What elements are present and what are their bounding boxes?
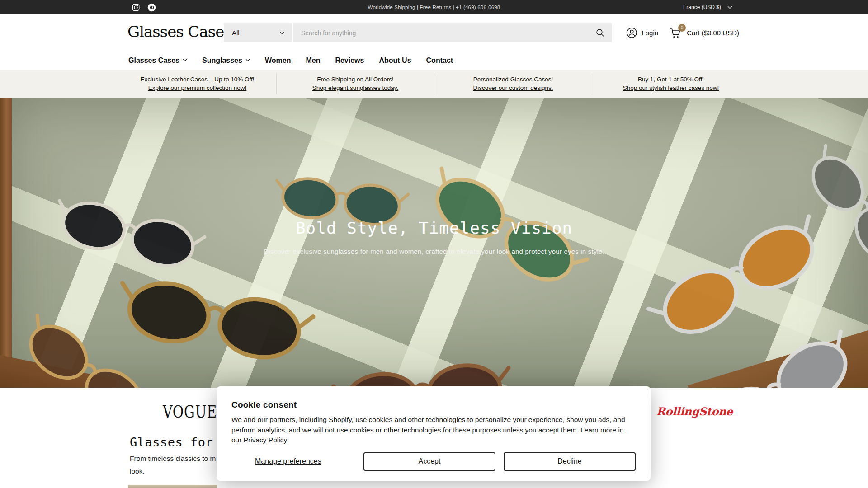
cart-count-badge: 0 [678, 24, 686, 32]
promo-title: Buy 1, Get 1 at 50% Off! [594, 76, 748, 83]
locale-selector[interactable]: France (USD $) [683, 0, 732, 14]
nav-item-women[interactable]: Women [265, 56, 291, 65]
hero-copy: Bold Style, Timeless Vision Discover exc… [0, 219, 868, 255]
nav-item-sunglasses[interactable]: Sunglasses [202, 56, 250, 65]
cookie-body: We and our partners, including Shopify, … [231, 415, 636, 446]
nav-item-glasses-cases[interactable]: Glasses Cases [128, 56, 187, 65]
section-paragraph-line: From timeless classics to m [130, 455, 216, 462]
nav-item-about-us[interactable]: About Us [379, 56, 411, 65]
site-header: Glasses Case All [0, 14, 868, 51]
section-paragraph: From timeless classics to m look. [130, 452, 216, 478]
locale-label: France (USD $) [683, 4, 721, 10]
promo-link[interactable]: Explore our premium collection now! [148, 84, 247, 91]
search-category-select[interactable]: All [224, 23, 292, 42]
account-area: Login 0 Cart ($0.00 USD) [626, 23, 739, 42]
promo-item: Personalized Glasses Cases! Discover our… [434, 73, 592, 94]
hero-title: Bold Style, Timeless Vision [0, 219, 868, 237]
chevron-down-icon [727, 6, 732, 9]
glasses-case-homepage: Worldwide Shipping | Free Returns | +1 (… [0, 0, 868, 488]
cookie-footer: Manage preferences Accept Decline [231, 452, 636, 474]
promo-item: Free Shipping on All Orders! Shop elegan… [276, 73, 434, 94]
user-icon [626, 27, 637, 38]
chevron-down-icon [245, 59, 250, 62]
promo-link[interactable]: Shop our stylish leather cases now! [623, 84, 719, 91]
chevron-down-icon [183, 59, 187, 62]
privacy-policy-link[interactable]: Privacy Policy [244, 436, 287, 444]
promo-title: Exclusive Leather Cases – Up to 10% Off! [120, 76, 274, 83]
promo-item: Exclusive Leather Cases – Up to 10% Off!… [118, 73, 276, 94]
promo-bar: Exclusive Leather Cases – Up to 10% Off!… [0, 70, 868, 98]
shipping-message: Worldwide Shipping | Free Returns | +1 (… [0, 0, 868, 14]
decline-button[interactable]: Decline [504, 452, 636, 471]
cookie-body-text: We and our partners, including Shopify, … [231, 416, 625, 444]
sunglasses-illustration [329, 350, 516, 388]
main-nav: Glasses Cases Sunglasses Women Men Revie… [0, 51, 868, 70]
nav-item-men[interactable]: Men [306, 56, 320, 65]
section-heading: Glasses for [130, 435, 213, 449]
product-image-edge [128, 485, 217, 488]
accept-button[interactable]: Accept [363, 452, 495, 471]
login-button[interactable]: Login [626, 27, 658, 38]
sunglasses-illustration [110, 264, 319, 370]
search-bar: All [224, 23, 612, 42]
search-category-value: All [232, 29, 240, 37]
promo-title: Personalized Glasses Cases! [436, 76, 590, 83]
cart-label: Cart ($0.00 USD) [687, 29, 739, 37]
site-logo[interactable]: Glasses Case [127, 23, 224, 41]
topbar: Worldwide Shipping | Free Returns | +1 (… [0, 0, 868, 14]
cart-button[interactable]: 0 Cart ($0.00 USD) [670, 27, 739, 39]
manage-preferences-link[interactable]: Manage preferences [255, 457, 321, 465]
promo-link[interactable]: Discover our custom designs. [473, 84, 553, 91]
search-field [293, 23, 612, 42]
brand-logo-vogue: VOGUE [163, 402, 217, 421]
nav-item-contact[interactable]: Contact [426, 56, 453, 65]
promo-title: Free Shipping on All Orders! [278, 76, 432, 83]
section-paragraph-line: look. [130, 467, 145, 475]
search-submit-button[interactable] [592, 23, 608, 42]
chevron-down-icon [279, 31, 285, 35]
login-label: Login [642, 29, 658, 37]
nav-item-reviews[interactable]: Reviews [335, 56, 364, 65]
cookie-title: Cookie consent [231, 400, 636, 410]
promo-item: Buy 1, Get 1 at 50% Off! Shop our stylis… [592, 73, 750, 94]
hero-section: Bold Style, Timeless Vision Discover exc… [0, 98, 868, 388]
search-icon [596, 28, 604, 37]
cookie-consent-dialog: Cookie consent We and our partners, incl… [217, 386, 651, 481]
promo-link[interactable]: Shop elegant sunglasses today. [312, 84, 398, 91]
search-input[interactable] [293, 23, 612, 42]
brand-logo-rollingstone: RollingStone [656, 405, 733, 418]
hero-subtitle: Discover exclusive sunglasses for men an… [0, 248, 868, 255]
